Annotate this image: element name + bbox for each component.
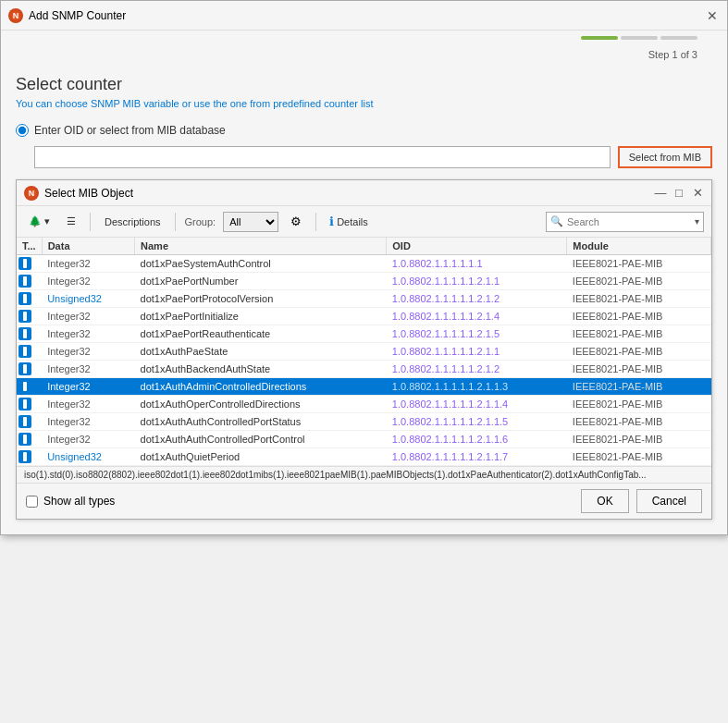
col-type-icon [17,361,42,378]
type-icon [19,257,31,270]
col-name: dot1xAuthBackendAuthState [135,361,387,378]
cancel-button[interactable]: Cancel [636,489,702,513]
col-module: IEEE8021-PAE-MIB [567,378,711,396]
col-oid: 1.0.8802.1.1.1.1.1.2.1.1.7 [387,448,567,466]
col-name: dot1xAuthQuietPeriod [135,448,387,466]
page-title: Select counter [16,75,712,94]
table-row[interactable]: Integer32 dot1xPaePortNumber 1.0.8802.1.… [17,273,711,290]
details-button[interactable]: ℹ Details [326,214,372,228]
col-header-t: T... [17,238,42,255]
col-name: dot1xAuthPaeState [135,343,387,361]
step-seg-2 [621,36,658,40]
step-seg-1 [581,36,618,40]
toolbar-sep-1 [90,213,91,231]
col-name: dot1xAuthAuthControlledPortControl [135,431,387,448]
radio-label: Enter OID or select from MIB database [34,124,226,137]
group-select[interactable]: All [223,212,278,232]
table-row[interactable]: Integer32 dot1xAuthBackendAuthState 1.0.… [17,361,711,378]
table-row[interactable]: Integer32 dot1xAuthAuthControlledPortSta… [17,413,711,431]
col-type-icon [17,255,42,273]
table-row[interactable]: Integer32 dot1xAuthAuthControlledPortCon… [17,431,711,448]
mib-table-container: T... Data Name OID Module Integer32 dot1… [17,238,711,466]
type-icon [19,327,31,340]
col-module: IEEE8021-PAE-MIB [567,396,711,413]
col-type-icon [17,290,42,308]
col-module: IEEE8021-PAE-MIB [567,273,711,290]
tree-icon: 🌲 [29,215,42,227]
table-row[interactable]: Integer32 dot1xAuthOperControlledDirecti… [17,396,711,413]
col-type-icon [17,413,42,431]
search-dropdown-button[interactable]: ▾ [695,216,699,227]
outer-content: Select counter You can choose SNMP MIB v… [1,64,727,534]
details-label: Details [337,216,368,227]
table-row[interactable]: Unsigned32 dot1xAuthQuietPeriod 1.0.8802… [17,448,711,466]
maximize-button[interactable]: □ [672,187,685,200]
table-row[interactable]: Integer32 dot1xAuthPaeState 1.0.8802.1.1… [17,343,711,361]
dropdown-arrow: ▾ [44,215,50,227]
col-data: Integer32 [42,361,134,378]
outer-titlebar: N Add SNMP Counter ✕ [1,1,727,31]
table-row[interactable]: Integer32 dot1xPaeSystemAuthControl 1.0.… [17,255,711,273]
type-icon [19,345,31,358]
minimize-button[interactable]: — [654,187,667,200]
show-all-checkbox[interactable] [26,496,38,508]
col-module: IEEE8021-PAE-MIB [567,308,711,325]
descriptions-button[interactable]: Descriptions [100,211,166,233]
col-oid: 1.0.8802.1.1.1.1.1.2.1.1.4 [387,396,567,413]
col-data: Integer32 [42,343,134,361]
col-type-icon [17,308,42,325]
col-data: Integer32 [42,413,134,431]
type-icon [19,450,31,463]
inner-footer: Show all types OK Cancel [17,483,711,519]
col-name: dot1xPaePortInitialize [135,308,387,325]
col-data: Integer32 [42,325,134,343]
col-data: Unsigned32 [42,448,134,466]
col-name: dot1xAuthAuthControlledPortStatus [135,413,387,431]
ok-button[interactable]: OK [581,489,628,513]
group-label: Group: [185,216,216,227]
col-header-data: Data [42,238,134,255]
outer-close-button[interactable]: ✕ [705,8,720,23]
type-icon [19,380,31,393]
col-name: dot1xPaeSystemAuthControl [135,255,387,273]
search-icon: 🔍 [550,215,563,227]
toolbar-sep-3 [315,213,316,231]
oid-input[interactable] [34,146,611,168]
table-header-row: T... Data Name OID Module [17,238,711,255]
table-row[interactable]: Integer32 dot1xPaePortReauthenticate 1.0… [17,325,711,343]
col-oid: 1.0.8802.1.1.1.1.1.2.1.5 [387,325,567,343]
col-module: IEEE8021-PAE-MIB [567,413,711,431]
col-oid: 1.0.8802.1.1.1.1.1.2.1.1.5 [387,413,567,431]
search-input[interactable] [567,216,695,227]
table-row[interactable]: Integer32 dot1xPaePortInitialize 1.0.880… [17,308,711,325]
col-module: IEEE8021-PAE-MIB [567,325,711,343]
col-data: Integer32 [42,396,134,413]
tree-view-button[interactable]: 🌲 ▾ [24,211,55,233]
oid-radio[interactable] [16,124,29,137]
col-name: dot1xPaePortNumber [135,273,387,290]
footer-buttons: OK Cancel [581,489,702,513]
col-module: IEEE8021-PAE-MIB [567,431,711,448]
list-icon: ☰ [67,215,76,227]
type-icon [19,275,31,288]
inner-titlebar-left: N Select MIB Object [24,186,133,201]
select-mib-button[interactable]: Select from MIB [618,146,712,168]
show-all-label: Show all types [43,495,115,508]
col-data: Integer32 [42,378,134,396]
col-module: IEEE8021-PAE-MIB [567,448,711,466]
settings-button[interactable]: ⚙ [286,212,306,232]
inner-window: N Select MIB Object — □ ✕ 🌲 ▾ ☰ [16,179,712,520]
col-type-icon [17,325,42,343]
show-all-row: Show all types [26,495,115,508]
type-icon [19,310,31,323]
step-bar [581,36,712,40]
table-row[interactable]: Unsigned32 dot1xPaePortProtocolVersion 1… [17,290,711,308]
inner-close-button[interactable]: ✕ [691,187,704,200]
col-type-icon [17,273,42,290]
list-view-button[interactable]: ☰ [62,211,80,233]
radio-row: Enter OID or select from MIB database [16,124,712,137]
col-name: dot1xPaePortReauthenticate [135,325,387,343]
inner-titlebar: N Select MIB Object — □ ✕ [17,180,711,206]
search-box: 🔍 ▾ [546,212,704,232]
table-row[interactable]: Integer32 dot1xAuthAdminControlledDirect… [17,378,711,396]
